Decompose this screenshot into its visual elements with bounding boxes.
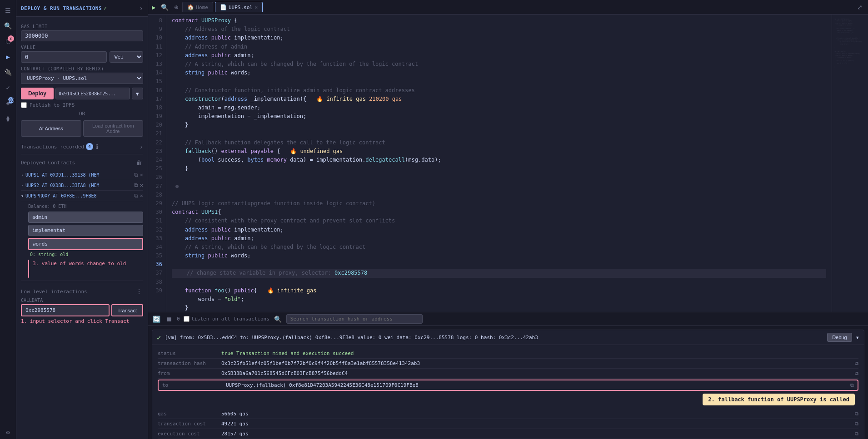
zoom-in-button[interactable]: ⊕	[172, 3, 180, 11]
deploy-chevron-btn[interactable]: ▾	[132, 88, 143, 99]
tx-cost-copy-icon[interactable]: ⧉	[855, 421, 858, 427]
uups2-chevron-icon[interactable]: ›	[21, 183, 24, 188]
tab-home[interactable]: 🏠 Home	[182, 2, 213, 12]
value-input[interactable]	[21, 51, 107, 63]
uups2-close-icon[interactable]: ✕	[140, 182, 143, 188]
transactions-chevron-icon[interactable]: ›	[139, 142, 143, 151]
listen-all-checkbox[interactable]	[184, 316, 190, 322]
gas-limit-input[interactable]	[21, 30, 143, 41]
tx-hash-value: 0x3c25fb51ef4c05f1bef0b7f72bf0c9f4f20b5f…	[221, 360, 852, 366]
tx-exec-cost-copy-icon[interactable]: ⧉	[855, 431, 858, 437]
sidebar-item-solidity[interactable]: ⬡ 3	[1, 35, 15, 48]
tx-to-label: to	[162, 382, 226, 388]
uups1-close-icon[interactable]: ✕	[140, 172, 143, 178]
debug-button[interactable]: Debug	[827, 333, 852, 342]
deploy-panel-chevron[interactable]: ›	[139, 4, 143, 13]
transact-button[interactable]: Transact	[111, 304, 143, 316]
tx-row-gas: gas 56605 gas ⧉	[158, 409, 858, 419]
admin-button[interactable]: admin	[28, 212, 143, 223]
gas-limit-label: GAS LIMIT	[21, 24, 143, 29]
low-level-title: Low level interactions	[21, 289, 87, 295]
terminal-content: ✓ [vm] from: 0x5B3...eddC4 to: UUPSProxy…	[148, 326, 868, 439]
tx-row-status: status true Transaction mined and execut…	[158, 349, 858, 359]
tx-summary: [vm] from: 0x5B3...eddC4 to: UUPSProxy.(…	[165, 335, 824, 340]
contract-select[interactable]: UUPSProxy - UUPS.sol	[21, 73, 143, 84]
terminal-header: 🔄 ⏹ 0 listen on all transactions 🔍	[148, 312, 868, 326]
tx-row-tx-cost: transaction cost 49221 gas ⧉	[158, 419, 858, 429]
contract-item-uups1[interactable]: › UUPS1 AT 0XD91...39138 (MEM ⧉ ✕	[21, 170, 143, 180]
contract-item-uupsproxy[interactable]: ▾ UUPSPROXY AT 0XF8E...9FBE8 ⧉ ✕	[21, 191, 143, 201]
uups1-chevron-icon[interactable]: ›	[21, 173, 24, 178]
calldata-input[interactable]	[21, 304, 110, 316]
at-address-button[interactable]: At Address	[21, 120, 81, 137]
value-unit-select[interactable]: Wei Gwei Finney Ether	[110, 51, 143, 63]
sidebar-item-plugins[interactable]: 🔌	[1, 65, 15, 79]
tx-gas-label: gas	[158, 411, 221, 417]
uupsproxy-chevron-icon[interactable]: ▾	[21, 193, 24, 198]
code-content[interactable]: contract UUPSProxy { // Address of the l…	[166, 15, 832, 312]
value-label: VALUE	[21, 45, 143, 50]
uups2-name: UUPS2 AT 0XD8B...33FA8 (MEM	[25, 183, 132, 188]
transactions-info-icon[interactable]: ℹ	[95, 142, 99, 151]
sidebar: ☰ 🔍 ⬡ 3 ▶ 🔌 ✓ ◈ 203 ⧫ ⚙	[0, 0, 16, 439]
terminal-search-icon[interactable]: 🔍	[273, 315, 283, 324]
tab-bar: ▶ 🔍 ⊕ 🏠 Home 📄 UUPS.sol ✕ ⤢	[148, 0, 868, 15]
uups-tab-close-icon[interactable]: ✕	[254, 4, 258, 10]
or-divider: OR	[21, 111, 143, 117]
home-tab-icon: 🏠	[187, 4, 194, 10]
listen-all-text: listen on all transactions	[191, 316, 269, 322]
sidebar-item-settings[interactable]: ⚙	[1, 425, 15, 439]
uupsproxy-copy-icon[interactable]: ⧉	[134, 192, 138, 199]
transactions-recorded-header: Transactions recorded 4 ℹ ›	[21, 142, 143, 151]
tx-hash-copy-icon[interactable]: ⧉	[855, 360, 858, 366]
expand-icon[interactable]: ⤢	[855, 3, 864, 12]
low-level-info-icon[interactable]: ⋮	[135, 287, 143, 296]
tx-to-copy-icon[interactable]: ⧉	[850, 382, 854, 388]
tx-exec-cost-label: execution cost	[158, 431, 221, 437]
debug-badge: 203	[8, 97, 14, 104]
tab-uups-sol[interactable]: 📄 UUPS.sol ✕	[215, 2, 263, 12]
words-result: 0: string: old	[28, 252, 143, 257]
tx-exec-cost-value: 28157 gas	[221, 431, 852, 437]
tx-status-label: status	[158, 350, 221, 356]
sidebar-item-menu[interactable]: ☰	[1, 4, 15, 17]
terminal-stop-icon[interactable]: ⏹	[165, 315, 173, 324]
listen-all-label[interactable]: listen on all transactions	[184, 316, 269, 322]
uups-tab-icon: 📄	[220, 4, 227, 10]
contract-item-uups2[interactable]: › UUPS2 AT 0XD8B...33FA8 (MEM ⧉ ✕	[21, 180, 143, 191]
tx-row-from: from 0x5B38Da6a701c568545dCFcB03FcB875f5…	[158, 369, 858, 379]
words-button[interactable]: words	[28, 238, 143, 250]
sidebar-item-git[interactable]: ⧫	[1, 112, 15, 125]
code-view: 8910111213141516171819202122232425262728…	[148, 15, 868, 312]
sidebar-item-debug[interactable]: ◈ 203	[1, 96, 15, 110]
load-contract-button[interactable]: Load contract from Addre	[83, 120, 144, 137]
deploy-content: GAS LIMIT VALUE Wei Gwei Finney Ether CO…	[16, 17, 148, 439]
deploy-button[interactable]: Deploy	[21, 88, 54, 99]
tx-gas-copy-icon[interactable]: ⧉	[855, 411, 858, 417]
publish-ipfs-checkbox[interactable]	[21, 102, 27, 108]
terminal-search-input[interactable]	[286, 314, 423, 324]
uups-tab-label: UUPS.sol	[229, 5, 253, 10]
deploy-addr-input[interactable]	[55, 88, 130, 99]
zoom-out-button[interactable]: 🔍	[159, 3, 170, 12]
deploy-title-text: DEPLOY & RUN TRANSACTIONS	[21, 5, 102, 11]
sidebar-item-verify[interactable]: ✓	[1, 81, 15, 94]
uups1-copy-icon[interactable]: ⧉	[134, 172, 138, 178]
uups2-copy-icon[interactable]: ⧉	[134, 182, 138, 188]
tx-row-hash: transaction hash 0x3c25fb51ef4c05f1bef0b…	[158, 359, 858, 369]
deploy-header: DEPLOY & RUN TRANSACTIONS ✓ ›	[16, 0, 148, 17]
transactions-recorded-label: Transactions recorded 4 ℹ	[21, 142, 99, 151]
sidebar-item-deploy[interactable]: ▶	[1, 50, 15, 64]
play-icon[interactable]: ▶	[152, 4, 155, 11]
calldata-label: CALLDATA	[21, 298, 143, 303]
sidebar-item-search[interactable]: 🔍	[1, 19, 15, 33]
uupsproxy-close-icon[interactable]: ✕	[140, 192, 143, 199]
tx-from-copy-icon[interactable]: ⧉	[855, 370, 858, 376]
terminal-area: 🔄 ⏹ 0 listen on all transactions 🔍 ✓ [vm…	[148, 312, 868, 439]
implementat-button[interactable]: implementat	[28, 225, 143, 236]
tx-expand-icon[interactable]: ▾	[856, 334, 859, 341]
calldata-row: Transact	[21, 304, 143, 316]
terminal-clear-icon[interactable]: 🔄	[152, 315, 161, 324]
deployed-contracts-trash-icon[interactable]: 🗑	[135, 158, 143, 167]
deploy-title: DEPLOY & RUN TRANSACTIONS ✓	[21, 5, 107, 11]
